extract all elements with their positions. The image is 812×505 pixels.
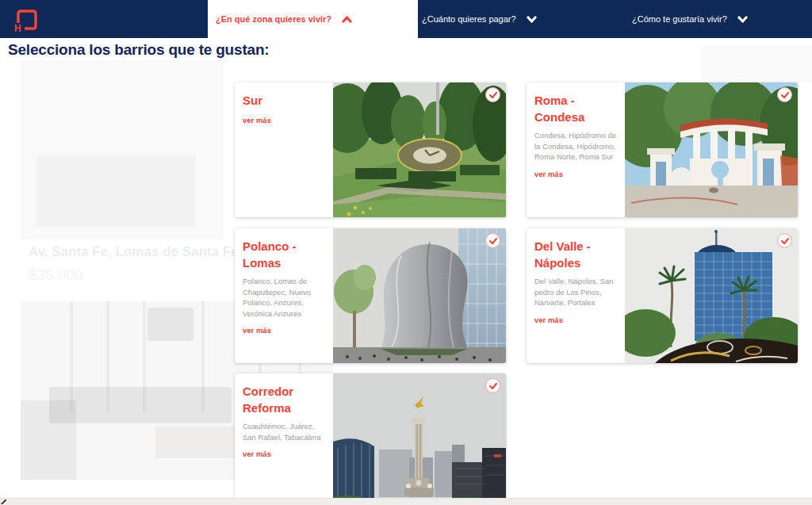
neighborhood-card-sur[interactable]: Sur ver más xyxy=(235,82,506,217)
ver-mas-link[interactable]: ver más xyxy=(534,316,563,324)
page-title: Selecciona los barrios que te gustan: xyxy=(8,41,269,59)
tab-price-label: ¿Cuánto quieres pagar? xyxy=(422,14,516,24)
wtc-tower-mural-image xyxy=(625,228,798,363)
neighborhood-card-delvalle-napoles[interactable]: Del Valle - Nápoles Del Valle, Nápoles, … xyxy=(527,228,798,363)
parque-hundido-floral-clock-image xyxy=(333,82,506,217)
card-description: Polanco, Lomas de Chapultepec, Nuevo Pol… xyxy=(243,276,325,319)
scrollbar-left-mark xyxy=(1,499,6,504)
parque-mexico-pergola-image xyxy=(625,82,798,217)
faded-page-fragment xyxy=(701,46,812,82)
check-circle-icon[interactable] xyxy=(777,233,792,248)
neighborhood-card-corredor-reforma[interactable]: Corredor Reforma Cuauhtémoc, Juárez, San… xyxy=(235,373,506,505)
check-circle-icon[interactable] xyxy=(485,378,500,393)
ver-mas-link[interactable]: ver más xyxy=(534,170,563,178)
tab-lifestyle-label: ¿Cómo te gustaría vivir? xyxy=(632,14,727,24)
neighborhood-card-roma-condesa[interactable]: Roma - Condesa Condesa, Hipódromo de la … xyxy=(527,82,798,217)
neighborhood-card-polanco-lomas[interactable]: Polanco - Lomas Polanco, Lomas de Chapul… xyxy=(235,228,506,363)
card-title: Sur xyxy=(243,92,325,109)
faded-listing-photo xyxy=(21,60,224,239)
faded-listing-price: $35,000 xyxy=(29,266,83,284)
homie-logo[interactable]: H xyxy=(13,6,38,33)
ver-mas-link[interactable]: ver más xyxy=(243,450,271,458)
card-description: Cuauhtémoc, Juárez, San Rafael, Tabacale… xyxy=(243,421,325,442)
card-title: Roma - Condesa xyxy=(534,92,617,125)
card-title: Polanco - Lomas xyxy=(243,238,325,271)
chevron-up-icon xyxy=(342,16,352,23)
tab-lifestyle-question[interactable]: ¿Cómo te gustaría vivir? xyxy=(632,0,748,38)
museo-soumaya-image xyxy=(333,228,506,363)
card-description: Condesa, Hipódromo de la Condesa, Hipódr… xyxy=(534,130,617,163)
tab-zone-question[interactable]: ¿En qué zona quieres vivir? xyxy=(208,0,418,38)
card-title: Del Valle - Nápoles xyxy=(534,238,617,271)
card-text-panel: Corredor Reforma Cuauhtémoc, Juárez, San… xyxy=(235,373,333,505)
angel-de-la-independencia-image xyxy=(333,373,506,505)
svg-text:H: H xyxy=(14,23,21,33)
tab-zone-label: ¿En qué zona quieres vivir? xyxy=(216,14,331,24)
card-title: Corredor Reforma xyxy=(243,383,325,416)
ver-mas-link[interactable]: ver más xyxy=(243,116,271,124)
check-circle-icon[interactable] xyxy=(485,233,500,248)
faded-listing-title: Av. Santa Fe, Lomas de Santa Fe xyxy=(29,244,239,260)
chevron-down-icon xyxy=(737,16,748,23)
chevron-down-icon xyxy=(527,16,537,23)
check-circle-icon[interactable] xyxy=(485,87,500,102)
horizontal-scrollbar[interactable] xyxy=(0,498,812,505)
card-text-panel: Sur ver más xyxy=(235,82,333,217)
card-text-panel: Roma - Condesa Condesa, Hipódromo de la … xyxy=(527,82,625,217)
check-circle-icon[interactable] xyxy=(777,87,792,102)
tab-price-question[interactable]: ¿Cuánto quieres pagar? xyxy=(422,0,537,38)
top-nav-bar: H ¿En qué zona quieres vivir? ¿Cuánto qu… xyxy=(0,0,812,38)
neighborhood-selection-page: Av. Santa Fe, Lomas de Santa Fe $35,000 … xyxy=(0,0,812,505)
ver-mas-link[interactable]: ver más xyxy=(243,326,271,335)
card-text-panel: Del Valle - Nápoles Del Valle, Nápoles, … xyxy=(527,228,625,363)
card-description: Del Valle, Nápoles, San pedro de Los Pin… xyxy=(534,276,617,308)
card-text-panel: Polanco - Lomas Polanco, Lomas de Chapul… xyxy=(235,228,333,363)
